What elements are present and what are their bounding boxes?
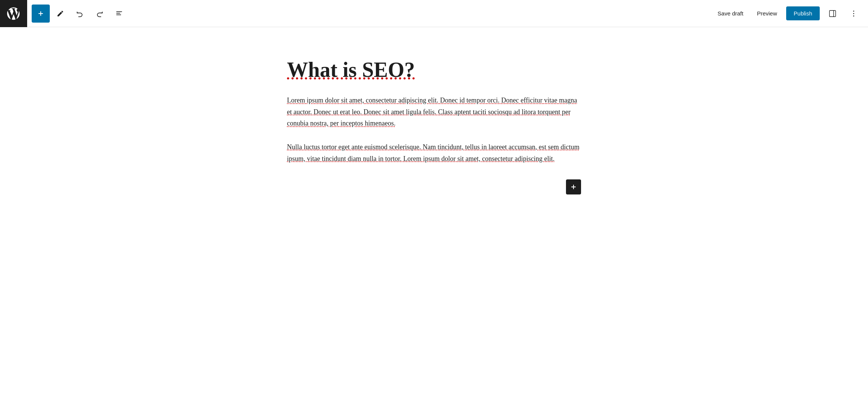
toolbar-left-section [32,5,713,23]
paragraph-1[interactable]: Lorem ipsum dolor sit amet, consectetur … [287,95,581,129]
svg-point-7 [853,11,854,12]
list-view-icon [115,10,123,17]
svg-rect-2 [117,11,122,12]
add-block-container [264,179,604,194]
wordpress-icon [6,6,21,21]
sidebar-icon [828,9,837,18]
post-title[interactable]: What is SEO? [287,57,581,83]
publish-button[interactable]: Publish [786,6,820,20]
undo-button[interactable] [71,5,89,23]
document-overview-button[interactable] [110,5,128,23]
paragraph-2-text: Nulla luctus tortor eget ante euismod sc… [287,143,580,162]
undo-icon [76,10,84,17]
svg-point-8 [853,13,854,14]
plus-inline-icon [570,183,577,191]
editor-inner: What is SEO? Lorem ipsum dolor sit amet,… [264,57,604,176]
svg-point-9 [853,15,854,17]
toolbar-right-section: Save draft Preview Publish [713,5,862,22]
plus-icon [37,10,44,17]
svg-rect-5 [830,10,836,17]
add-block-inline-button[interactable] [566,179,581,194]
title-text: What is SEO? [287,58,415,81]
paragraph-1-text: Lorem ipsum dolor sit amet, consectetur … [287,96,577,127]
paragraph-2[interactable]: Nulla luctus tortor eget ante euismod sc… [287,141,581,164]
options-icon [850,9,858,18]
redo-icon [96,10,103,17]
editor-area: What is SEO? Lorem ipsum dolor sit amet,… [0,27,868,401]
svg-rect-3 [117,13,120,14]
main-content: What is SEO? Lorem ipsum dolor sit amet,… [0,27,868,401]
pencil-icon [57,10,64,17]
add-block-button[interactable] [32,5,50,23]
options-button[interactable] [845,5,862,22]
preview-button[interactable]: Preview [752,7,781,20]
toolbar: Save draft Preview Publish [0,0,868,27]
save-draft-button[interactable]: Save draft [713,7,748,20]
wp-logo-button[interactable] [0,0,27,27]
tools-button[interactable] [51,5,69,23]
redo-button[interactable] [90,5,109,23]
svg-rect-4 [117,14,121,15]
settings-button[interactable] [824,5,841,22]
